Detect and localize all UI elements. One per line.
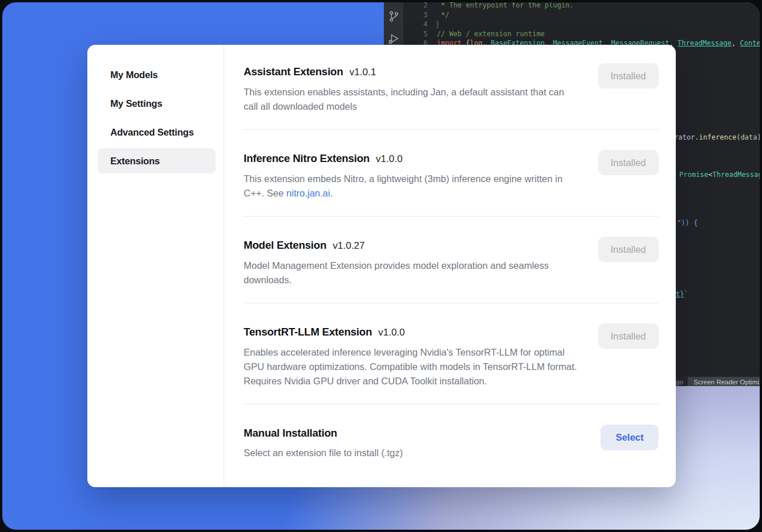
sidebar-item-my-models[interactable]: My Models [98,62,215,87]
extension-title: Inference Nitro Extension [244,150,370,167]
extension-version: v1.0.0 [378,324,405,341]
installed-button[interactable]: Installed [598,237,659,262]
extension-version: v1.0.0 [376,151,402,168]
line-number: 3 [403,10,437,20]
screen-reader-status[interactable]: Screen Reader Optimize [688,377,760,386]
line-number: 5 [403,29,437,39]
extension-title: Model Extension [244,237,326,254]
code-snippet: t}` [676,290,688,299]
extension-description: Model Management Extension provides mode… [244,259,579,287]
code-snippet: rator.inference(data)); [674,133,760,142]
line-number: 2 [403,2,437,10]
extensions-list: Assistant Extension v1.0.1 This extensio… [224,45,676,487]
settings-modal: My Models My Settings Advanced Settings … [87,45,676,487]
editor-code-area: 2 * The entrypoint for the plugin. 3 */ … [403,2,760,48]
extension-description: This extension enables assistants, inclu… [244,85,579,114]
desktop-background: 2 * The entrypoint for the plugin. 3 */ … [2,2,760,530]
status-text: go [676,377,683,387]
code-snippet: ")) { [677,218,698,228]
extension-title: TensortRT-LLM Extension [244,323,372,341]
extension-row-tensorrt-llm: TensortRT-LLM Extension v1.0.0 Enables a… [244,303,659,404]
sidebar-item-my-settings[interactable]: My Settings [98,91,215,116]
code-line: 2 * The entrypoint for the plugin. [403,2,760,10]
installed-button[interactable]: Installed [598,150,659,175]
installed-button[interactable]: Installed [598,63,659,88]
extension-row-model: Model Extension v1.0.27 Model Management… [244,217,659,303]
sidebar-item-extensions[interactable]: Extensions [98,148,215,174]
extension-description: Enables accelerated inference leveraging… [244,345,579,388]
extension-version: v1.0.1 [349,64,376,81]
extension-row-inference-nitro: Inference Nitro Extension v1.0.0 This ex… [244,130,659,217]
installed-button[interactable]: Installed [598,323,659,349]
run-debug-icon[interactable] [387,33,400,45]
select-button[interactable]: Select [601,425,659,450]
sidebar-item-advanced-settings[interactable]: Advanced Settings [98,119,215,145]
nitro-jan-ai-link[interactable]: nitro.jan.ai [286,188,330,198]
settings-sidebar: My Models My Settings Advanced Settings … [87,45,224,487]
code-line: 5 // Web / extension runtime [403,29,760,39]
manual-installation-row: Manual Installation Select an extension … [244,404,659,474]
extension-title: Assistant Extension [244,63,343,80]
source-control-icon[interactable] [388,10,400,22]
code-line: 3 */ [403,10,760,20]
manual-installation-title: Manual Installation [244,425,337,442]
code-snippet: Promise<ThreadMessage> [679,170,760,180]
screen: 2 * The entrypoint for the plugin. 3 */ … [0,0,762,532]
extension-version: v1.0.27 [333,237,365,255]
manual-installation-description: Select an extension file to install (.tg… [244,446,403,460]
line-number: 4 [403,20,437,29]
extension-row-assistant: Assistant Extension v1.0.1 This extensio… [244,45,659,130]
code-line: 4 [403,20,760,29]
extension-description: This extension embeds Nitro, a lightweig… [244,172,579,201]
